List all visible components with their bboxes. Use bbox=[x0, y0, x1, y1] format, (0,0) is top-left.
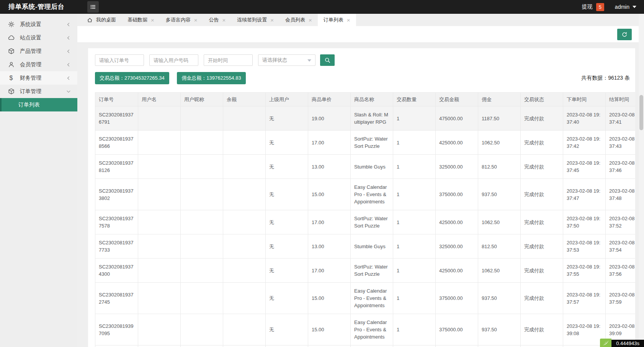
content-card: 请选择状态 交易总额：273045327265.34 佣金总额：13976225 bbox=[88, 48, 635, 347]
close-icon[interactable]: × bbox=[270, 17, 274, 23]
table-cell bbox=[181, 155, 223, 179]
status-select[interactable]: 请选择状态 bbox=[258, 54, 315, 66]
table-cell bbox=[223, 106, 266, 131]
table-cell: 425000.00 bbox=[436, 259, 478, 283]
sidebar-item-product-management[interactable]: 产品管理 bbox=[0, 44, 77, 58]
tab-announcement[interactable]: 公告× bbox=[203, 14, 232, 26]
search-button[interactable] bbox=[320, 54, 335, 66]
table-cell: 1 bbox=[393, 155, 436, 179]
tab-label: 我的桌面 bbox=[96, 16, 116, 23]
tab-member-list[interactable]: 会员列表× bbox=[280, 14, 318, 26]
tab-my-desktop[interactable]: 我的桌面 bbox=[81, 14, 122, 26]
table-cell: 2023-02-08 19:37:59 bbox=[606, 283, 636, 314]
table-cell: 2023-02-08 19:37:56 bbox=[606, 259, 636, 283]
table-row: SC23020819376791无19.00Slash & Roll: Mult… bbox=[95, 106, 636, 131]
column-header: 用户名 bbox=[138, 93, 181, 106]
tab-bar: 我的桌面基础数据×多语言内容×公告×连续签到设置×会员列表×订单列表× bbox=[77, 14, 644, 26]
sidebar-item-finance-management[interactable]: $财务管理 bbox=[0, 71, 77, 85]
table-cell: 17.00 bbox=[308, 131, 351, 155]
order-no-input[interactable] bbox=[95, 54, 144, 66]
tab-signin-settings[interactable]: 连续签到设置× bbox=[231, 14, 280, 26]
table-row: SC23020819377733无13.00Stumble Guys132500… bbox=[95, 234, 636, 259]
table-cell: 无 bbox=[266, 314, 308, 345]
table-row-partial: Slash & Roll: Multiplayer RPG bbox=[95, 345, 636, 347]
tab-label: 多语言内容 bbox=[166, 16, 191, 23]
main-area: 我的桌面基础数据×多语言内容×公告×连续签到设置×会员列表×订单列表× 请选择状… bbox=[77, 14, 644, 347]
table-cell: 2023-02-08 19:37:41 bbox=[606, 106, 636, 131]
tab-order-list[interactable]: 订单列表× bbox=[318, 14, 356, 26]
summary-bar: 交易总额：273045327265.34 佣金总额：1397622554.83 … bbox=[95, 72, 635, 84]
column-header: 余额 bbox=[223, 93, 266, 106]
chevron-down-icon bbox=[633, 6, 636, 8]
table-cell bbox=[223, 345, 266, 347]
column-header: 商品单价 bbox=[308, 93, 351, 106]
sidebar-item-system-settings[interactable]: 系统设置 bbox=[0, 18, 77, 31]
topbar: 排单系统-管理后台 提现 5 admin bbox=[0, 0, 644, 14]
table-cell bbox=[223, 234, 266, 259]
close-icon[interactable]: × bbox=[151, 17, 154, 23]
sidebar-subitem-order-list[interactable]: 订单列表 bbox=[0, 98, 77, 111]
table-cell bbox=[181, 345, 223, 347]
sidebar-item-order-management[interactable]: 订单管理 bbox=[0, 85, 77, 98]
table-cell bbox=[95, 345, 138, 347]
scrollbar-track[interactable] bbox=[639, 14, 644, 347]
table-cell bbox=[138, 259, 181, 283]
table-cell: Stumble Guys bbox=[351, 155, 393, 179]
user-no-input[interactable] bbox=[149, 54, 198, 66]
close-icon[interactable]: × bbox=[222, 17, 226, 23]
search-icon bbox=[324, 57, 331, 64]
table-cell: 15.00 bbox=[308, 283, 351, 314]
table-cell bbox=[138, 179, 181, 210]
table-cell: 2023-02-08 19:37:40 bbox=[563, 106, 606, 131]
chevron-left-icon bbox=[66, 35, 71, 41]
toolbar bbox=[77, 26, 644, 43]
table-cell: 2023-02-08 19:37:46 bbox=[606, 155, 636, 179]
close-icon[interactable]: × bbox=[347, 17, 350, 23]
table-cell: 375000.00 bbox=[436, 283, 478, 314]
close-icon[interactable]: × bbox=[194, 17, 198, 23]
tab-label: 会员列表 bbox=[285, 16, 305, 23]
table-cell: 2023-02-08 19:37:50 bbox=[563, 210, 606, 234]
sidebar-item-site-settings[interactable]: 站点设置 bbox=[0, 31, 77, 44]
start-time-input[interactable] bbox=[204, 54, 253, 66]
user-menu[interactable]: admin bbox=[615, 4, 636, 10]
table-cell: 无 bbox=[266, 179, 308, 210]
table-cell: 1 bbox=[393, 179, 436, 210]
close-icon[interactable]: × bbox=[309, 17, 312, 23]
withdraw-link[interactable]: 提现 5 bbox=[582, 3, 604, 11]
table-cell bbox=[223, 283, 266, 314]
table-cell: 1062.50 bbox=[478, 210, 521, 234]
sidebar-toggle-button[interactable] bbox=[87, 1, 99, 13]
table-row: SC23020819374300无17.00SortPuz: Water Sor… bbox=[95, 259, 636, 283]
table-row: SC23020819378126无13.00Stumble Guys132500… bbox=[95, 155, 636, 179]
table-cell bbox=[223, 131, 266, 155]
table-cell: 无 bbox=[266, 155, 308, 179]
table-cell: SC23020819377578 bbox=[95, 210, 138, 234]
table-cell: Stumble Guys bbox=[351, 234, 393, 259]
cloud-icon bbox=[8, 34, 15, 41]
table-cell: SC23020819376791 bbox=[95, 106, 138, 131]
table-cell: 完成付款 bbox=[521, 314, 563, 345]
table-cell: 937.50 bbox=[478, 179, 521, 210]
debug-logo-icon[interactable] bbox=[600, 339, 611, 347]
table-cell: SortPuz: Water Sort Puzzle bbox=[351, 259, 393, 283]
tab-label: 连续签到设置 bbox=[237, 16, 267, 23]
table-cell: SC23020819397095 bbox=[95, 314, 138, 345]
table-cell: 425000.00 bbox=[436, 210, 478, 234]
refresh-icon bbox=[621, 31, 628, 38]
table-cell: Easy Calendar Pro - Events & Appointment… bbox=[351, 179, 393, 210]
table-row: SC23020819397095无15.00Easy Calendar Pro … bbox=[95, 314, 636, 345]
table-cell: 937.50 bbox=[478, 283, 521, 314]
table-cell: 13.00 bbox=[308, 155, 351, 179]
table-row: SC23020819378566无17.00SortPuz: Water Sor… bbox=[95, 131, 636, 155]
table-cell bbox=[138, 131, 181, 155]
table-cell: SC23020819372745 bbox=[95, 283, 138, 314]
withdraw-label: 提现 bbox=[582, 3, 593, 10]
table-cell bbox=[308, 345, 351, 347]
refresh-button[interactable] bbox=[617, 29, 632, 40]
sidebar-item-member-management[interactable]: 会员管理 bbox=[0, 58, 77, 71]
scrollbar-thumb[interactable] bbox=[639, 95, 643, 130]
status-select-value: 请选择状态 bbox=[262, 57, 287, 64]
tab-basic-data[interactable]: 基础数据× bbox=[122, 14, 160, 26]
tab-multilang[interactable]: 多语言内容× bbox=[160, 14, 203, 26]
